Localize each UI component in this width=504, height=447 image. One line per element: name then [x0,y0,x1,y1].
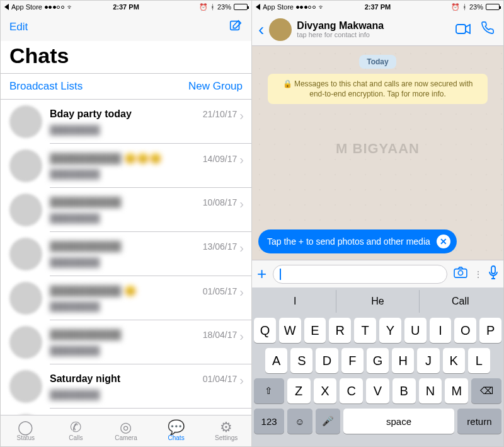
tab-calls[interactable]: ✆Calls [51,415,101,446]
chevron-right-icon: › [239,197,244,211]
key-k[interactable]: K [443,348,465,373]
chat-row[interactable]: Saturday night01/04/17›████████ [1,364,251,409]
back-arrow-icon [256,4,260,10]
media-hint-bubble[interactable]: Tap the + to send photos and other media… [258,229,457,253]
battery-percent: 23% [217,3,231,11]
chevron-right-icon: › [239,329,244,344]
status-back-target[interactable]: App Store [263,3,294,11]
tab-bar: ◯Status ✆Calls ◎Camera 💬Chats ⚙Settings [1,415,251,446]
attach-button[interactable]: + [257,264,266,284]
prediction-1[interactable]: I [254,290,336,313]
status-icon: ◯ [18,421,33,434]
status-back-target[interactable]: App Store [11,3,42,11]
key-c[interactable]: C [340,378,363,403]
key-h[interactable]: H [392,348,414,373]
key-⌫[interactable]: ⌫ [471,378,501,403]
contact-name: Divyang Makwana [297,20,448,32]
key-d[interactable]: D [316,348,338,373]
chat-row[interactable]: ██████████13/06/17›████████ [1,232,251,276]
bluetooth-icon: ᚼ [210,3,215,11]
key-a[interactable]: A [265,348,287,373]
bluetooth-icon: ᚼ [462,3,467,11]
more-icon: ⋮ [474,269,482,279]
key-q[interactable]: Q [254,318,276,343]
keyboard[interactable]: I He Call QWERTYUIOP ASDFGHJKL ⇧ZXCVBNM⌫… [252,287,503,446]
key-emoji[interactable]: ☺ [287,409,312,434]
chat-avatar [9,105,42,138]
key-t[interactable]: T [354,318,376,343]
contact-avatar[interactable] [269,18,292,41]
key-w[interactable]: W [279,318,301,343]
chat-preview: ████████ [50,345,244,356]
tab-settings[interactable]: ⚙Settings [201,415,251,446]
key-⇧[interactable]: ⇧ [254,378,284,403]
chat-row[interactable]: ██████████10/08/17›████████ [1,188,251,232]
key-n[interactable]: N [419,378,442,403]
key-z[interactable]: Z [287,378,311,403]
tab-camera[interactable]: ◎Camera [101,415,151,446]
chat-row[interactable]: ██████████ 😊01/05/17›████████ [1,276,251,320]
chat-row[interactable]: HIMYM re cast 😜25/03/17›████████ [1,409,251,415]
message-input[interactable] [273,265,447,284]
chevron-right-icon: › [239,241,244,255]
key-s[interactable]: S [290,348,312,373]
chat-avatar [9,238,42,270]
chat-date: 14/09/17 [203,154,238,164]
chat-name: Saturday night [50,373,203,385]
chat-preview: ████████ [50,301,244,311]
battery-icon [234,4,248,10]
key-j[interactable]: J [417,348,439,373]
chat-row[interactable]: Bday party today21/10/17›████████ [1,100,251,144]
contact-header[interactable]: Divyang Makwana tap here for contact inf… [297,20,448,39]
key-v[interactable]: V [366,378,389,403]
date-badge: Today [359,55,396,69]
key-dictate[interactable]: 🎤 [316,409,341,434]
chevron-right-icon: › [239,108,244,123]
key-f[interactable]: F [341,348,364,373]
key-p[interactable]: P [479,318,501,343]
camera-button[interactable] [454,267,467,281]
tab-status[interactable]: ◯Status [1,415,51,446]
broadcast-lists-link[interactable]: Broadcast Lists [9,80,83,93]
prediction-3[interactable]: Call [420,290,501,313]
key-e[interactable]: E [304,318,326,343]
chat-avatar [9,370,42,403]
conversation-screen: App Store ᯤ 2:37 PM ⏰ ᚼ 23% ‹ Divyang Ma… [252,1,503,446]
edit-button[interactable]: Edit [9,21,28,33]
voice-call-button[interactable] [478,21,497,38]
key-row-4: 123 ☺ 🎤 space return [254,409,501,434]
encryption-notice[interactable]: 🔒 Messages to this chat and calls are no… [268,74,488,104]
key-b[interactable]: B [392,378,416,403]
back-button[interactable]: ‹ [258,20,264,40]
chat-date: 10/08/17 [203,197,238,207]
chat-name: Bday party today [50,108,203,120]
key-numbers[interactable]: 123 [254,409,284,434]
key-y[interactable]: Y [379,318,401,343]
battery-percent: 23% [469,3,483,11]
key-return[interactable]: return [457,409,501,434]
key-o[interactable]: O [454,318,476,343]
voice-message-button[interactable] [488,265,498,282]
hint-close-icon[interactable]: ✕ [437,235,450,248]
signal-strength-icon [296,6,316,9]
chat-preview: ████████ [50,213,244,223]
key-space[interactable]: space [343,409,454,434]
video-call-button[interactable] [453,21,473,38]
watermark: M BIGYAAN [336,141,420,157]
prediction-2[interactable]: He [336,290,419,313]
key-row-3: ⇧ZXCVBNM⌫ [254,378,501,403]
tab-chats[interactable]: 💬Chats [151,415,202,446]
key-g[interactable]: G [367,348,389,373]
key-i[interactable]: I [430,318,452,343]
chevron-right-icon: › [239,153,244,167]
tab-status-label: Status [17,434,35,441]
compose-icon[interactable] [229,19,243,35]
new-group-link[interactable]: New Group [188,80,243,93]
key-m[interactable]: M [445,378,468,403]
chat-row[interactable]: ██████████18/04/17›████████ [1,320,251,364]
chat-row[interactable]: ██████████ 😊😊😊14/09/17›████████ [1,144,251,188]
key-l[interactable]: L [468,348,490,373]
key-x[interactable]: X [314,378,337,403]
key-r[interactable]: R [329,318,351,343]
key-u[interactable]: U [404,318,427,343]
